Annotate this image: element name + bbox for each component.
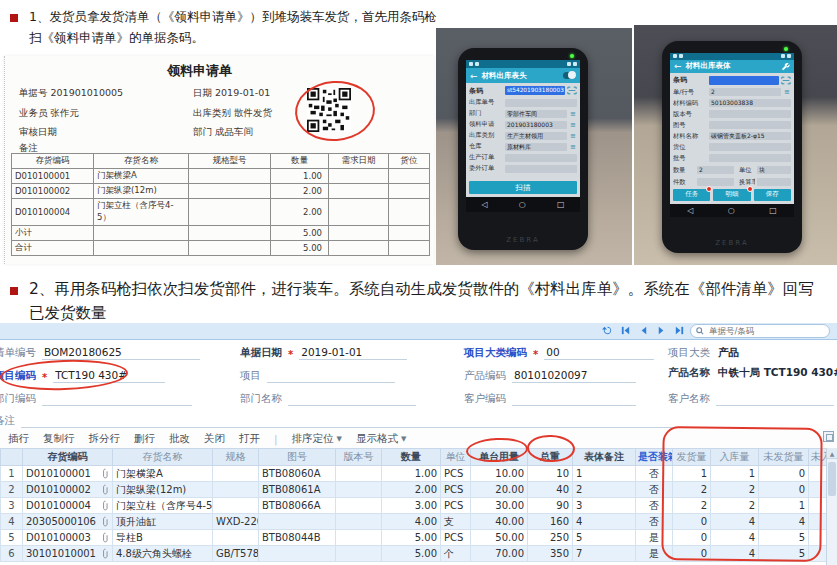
grid-col-header[interactable]: 单位 [441, 449, 471, 466]
grid-cell[interactable]: 20305000106 [23, 514, 113, 530]
grid-cell[interactable] [809, 514, 827, 530]
field-value[interactable]: 2019-01-01 [299, 346, 407, 360]
grid-cell[interactable]: 30.00 [471, 498, 528, 514]
grid-cell[interactable]: 否 [636, 466, 673, 482]
vertical-scrollbar[interactable]: ▲ [826, 448, 837, 565]
qty-input[interactable]: 2 [697, 166, 734, 174]
grid-cell[interactable]: 1.00 [382, 466, 441, 482]
grid-cell[interactable]: 是 [636, 530, 673, 546]
grid-cell[interactable]: 是 [636, 546, 673, 562]
field-input[interactable] [505, 99, 577, 107]
batch-edit-button[interactable]: 批改 [169, 432, 190, 446]
nav-back-icon[interactable]: ◁ [687, 206, 693, 215]
grid-cell[interactable]: BTB08060A [259, 466, 336, 482]
grid-cell[interactable]: 4.8级六角头螺栓 [113, 546, 213, 562]
grid-cell[interactable]: 160 [528, 514, 573, 530]
grid-cell[interactable]: 5.00 [382, 546, 441, 562]
scrollbar-thumb[interactable] [828, 462, 836, 496]
grid-col-header[interactable]: 总重 [528, 449, 573, 466]
grid-cell[interactable]: 否 [636, 498, 673, 514]
grid-cell[interactable]: 30101010001 [23, 546, 113, 562]
grid-cell[interactable]: 10.00 [471, 466, 528, 482]
grid-cell[interactable] [336, 530, 382, 546]
nav-home-icon[interactable]: ○ [728, 206, 735, 215]
grid-col-header[interactable]: 入库量 [711, 449, 759, 466]
wrench-icon[interactable] [781, 62, 790, 71]
table-row[interactable]: 1D010100001门架横梁ABTB08060A1.00PCS10.00101… [1, 466, 827, 482]
field-input[interactable] [505, 165, 577, 173]
grid-cell[interactable]: 2 [1, 482, 23, 498]
grid-col-header[interactable]: 存货名称 [113, 449, 213, 466]
grid-cell[interactable]: 3.00 [382, 498, 441, 514]
grid-cell[interactable]: PCS [441, 466, 471, 482]
grid-cell[interactable]: D010100003 [23, 530, 113, 546]
grid-col-header[interactable]: 未入库量 [809, 449, 827, 466]
grid-cell[interactable]: 否 [636, 514, 673, 530]
field-input[interactable] [505, 154, 577, 162]
barcode-input[interactable]: st54201903180003× [505, 86, 565, 95]
grid-cell[interactable]: 1 [1, 466, 23, 482]
grid-cell[interactable]: 门架立柱（含序号4-5） [113, 498, 213, 514]
copy-row-button[interactable]: 复制行 [43, 432, 75, 446]
grid-cell[interactable]: 2 [711, 498, 759, 514]
grid-cell[interactable]: 4 [573, 514, 636, 530]
grid-cell[interactable] [336, 498, 382, 514]
grid-col-header[interactable]: 图号 [259, 449, 336, 466]
grid-cell[interactable]: 0 [759, 466, 809, 482]
nav-back-icon[interactable]: ◁ [482, 200, 488, 209]
grid-cell[interactable]: 50.00 [471, 530, 528, 546]
next-record-icon[interactable] [656, 325, 667, 336]
grid-cell[interactable]: 0 [759, 482, 809, 498]
grid-cell[interactable] [809, 530, 827, 546]
grid-cell[interactable]: 90 [528, 498, 573, 514]
grid-cell[interactable]: 门架纵梁(12m) [113, 482, 213, 498]
grid-cell[interactable]: 40 [528, 482, 573, 498]
grid-col-header[interactable]: 单台用量 [471, 449, 528, 466]
nav-recents-icon[interactable]: □ [769, 206, 777, 215]
field-value[interactable] [716, 392, 834, 406]
grid-cell[interactable]: 导柱B [113, 530, 213, 546]
table-row[interactable]: 3D010100004门架立柱（含序号4-5）BTB08066A3.00PCS3… [1, 498, 827, 514]
scan-icon[interactable] [567, 86, 577, 95]
search-input[interactable] [707, 325, 824, 337]
field-value[interactable]: TCT190 430# [53, 369, 165, 383]
task-button[interactable]: 任务 [673, 189, 710, 201]
field-value[interactable]: BOM20180625 [42, 346, 200, 360]
back-icon[interactable]: ← [470, 71, 478, 81]
field-value[interactable]: 80101020097 [512, 369, 636, 383]
grid-cell[interactable]: 20.00 [471, 482, 528, 498]
field-input[interactable]: 碳钢管夹盖板2-φ15 [709, 132, 791, 140]
grid-cell[interactable] [336, 546, 382, 562]
grid-cell[interactable]: 1 [711, 466, 759, 482]
grid-col-header[interactable] [1, 449, 23, 466]
grid-cell[interactable]: D010100001 [23, 466, 113, 482]
open-button[interactable]: 打开 [239, 432, 260, 446]
last-record-icon[interactable] [674, 325, 685, 336]
picker-icon[interactable]: ≡ [569, 121, 577, 129]
field-value[interactable] [21, 414, 681, 428]
grid-cell[interactable]: 250 [528, 530, 573, 546]
scroll-up-icon[interactable]: ▲ [827, 448, 837, 459]
grid-cell[interactable]: 40.00 [471, 514, 528, 530]
grid-cell[interactable]: 5 [759, 546, 809, 562]
table-row[interactable]: 6301010100014.8级六角头螺栓GB/T5781 ...5.00个70… [1, 546, 827, 562]
record-search[interactable] [690, 324, 830, 338]
grid-cell[interactable]: 4 [759, 514, 809, 530]
field-input[interactable] [709, 121, 791, 129]
detail-button[interactable]: 明细 [713, 189, 750, 201]
previous-record-icon[interactable] [638, 325, 649, 336]
field-input[interactable]: 2 [709, 88, 781, 96]
grid-cell[interactable]: 2.00 [382, 482, 441, 498]
display-format-dropdown[interactable]: 显示格式▼ [356, 432, 406, 446]
barcode-input[interactable] [709, 76, 779, 85]
close-button[interactable]: 关闭 [204, 432, 225, 446]
grid-cell[interactable]: 4 [711, 514, 759, 530]
toggle-switch[interactable] [563, 72, 576, 79]
grid-cell[interactable]: BTB08044B [259, 530, 336, 546]
grid-col-header[interactable]: 发货量 [673, 449, 711, 466]
rate-input[interactable] [757, 178, 791, 186]
field-input[interactable]: 50103003838 [709, 99, 791, 107]
grid-col-header[interactable]: 表体备注 [573, 449, 636, 466]
grid-cell[interactable]: 5 [1, 530, 23, 546]
grid-cell[interactable]: 0 [673, 530, 711, 546]
